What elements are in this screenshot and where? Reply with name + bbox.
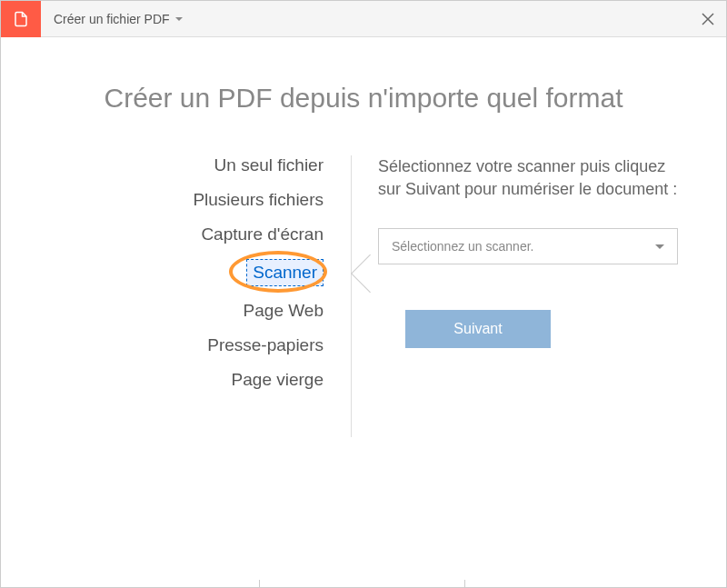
options-list: Un seul fichier Plusieurs fichiers Captu… xyxy=(37,155,351,390)
next-button[interactable]: Suivant xyxy=(405,310,551,348)
close-icon xyxy=(702,13,714,25)
columns-layout: Un seul fichier Plusieurs fichiers Captu… xyxy=(37,155,690,390)
chevron-down-icon xyxy=(655,244,664,249)
header-bar: Créer un fichier PDF xyxy=(1,1,726,37)
option-web-page[interactable]: Page Web xyxy=(244,301,324,321)
detail-panel: Sélectionnez votre scanner puis cliquez … xyxy=(351,155,690,390)
instruction-text: Sélectionnez votre scanner puis cliquez … xyxy=(378,155,690,201)
bottom-border xyxy=(1,580,726,587)
option-blank-page[interactable]: Page vierge xyxy=(232,370,324,390)
option-clipboard[interactable]: Presse-papiers xyxy=(207,335,324,355)
chevron-down-icon xyxy=(175,17,183,21)
option-screenshot[interactable]: Capture d'écran xyxy=(201,224,324,244)
pdf-file-icon xyxy=(1,1,41,37)
option-scanner[interactable]: Scanner xyxy=(246,259,324,286)
main-content: Créer un PDF depuis n'importe quel forma… xyxy=(1,37,726,587)
scanner-select[interactable]: Sélectionnez un scanner. xyxy=(378,228,678,264)
vertical-divider xyxy=(351,155,352,437)
close-button[interactable] xyxy=(690,1,726,37)
option-multiple-files[interactable]: Plusieurs fichiers xyxy=(193,190,324,210)
select-placeholder: Sélectionnez un scanner. xyxy=(392,239,655,254)
page-title: Créer un PDF depuis n'importe quel forma… xyxy=(37,83,690,114)
header-dropdown[interactable]: Créer un fichier PDF xyxy=(41,12,690,26)
option-scanner-label: Scanner xyxy=(253,263,317,282)
dialog-window: Créer un fichier PDF Créer un PDF depuis… xyxy=(0,0,727,588)
header-title: Créer un fichier PDF xyxy=(54,12,170,26)
option-single-file[interactable]: Un seul fichier xyxy=(214,155,324,175)
